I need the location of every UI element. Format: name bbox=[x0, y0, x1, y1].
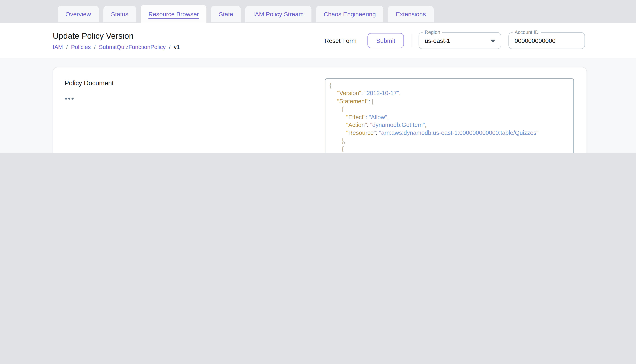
code-token: : bbox=[376, 130, 379, 136]
code-line: }, bbox=[330, 137, 569, 145]
account-id-field[interactable]: Account ID 000000000000 bbox=[508, 32, 585, 49]
tab-label: Chaos Engineering bbox=[324, 10, 376, 18]
code-token: , bbox=[399, 90, 401, 96]
code-line: "Action": "dynamodb:GetItem", bbox=[330, 121, 569, 129]
code-token: : bbox=[366, 114, 369, 120]
policy-document-editor[interactable]: {"Version": "2012-10-17","Statement": [{… bbox=[325, 78, 574, 153]
code-token: , bbox=[425, 122, 426, 128]
header-divider bbox=[412, 34, 412, 48]
tab-label: State bbox=[219, 10, 233, 18]
tab-status[interactable]: Status bbox=[103, 6, 136, 22]
tab-bar: OverviewStatusResource BrowserStateIAM P… bbox=[0, 0, 636, 23]
tab-label: Extensions bbox=[396, 10, 426, 18]
code-token: "Effect" bbox=[346, 114, 366, 120]
breadcrumb-separator: / bbox=[169, 44, 170, 50]
code-token: : bbox=[369, 98, 372, 104]
code-token: }, bbox=[342, 138, 345, 144]
main-content: Policy Document {"Version": "2012-10-17"… bbox=[0, 58, 636, 153]
tab-label: IAM Policy Stream bbox=[253, 10, 304, 18]
chevron-down-icon bbox=[490, 40, 495, 42]
header-left: Update Policy Version IAM/Policies/Submi… bbox=[53, 31, 180, 50]
page-header: Update Policy Version IAM/Policies/Submi… bbox=[0, 23, 636, 58]
code-token: "dynamodb:GetItem" bbox=[370, 122, 425, 128]
breadcrumb-iam[interactable]: IAM bbox=[53, 44, 63, 50]
breadcrumb: IAM/Policies/SubmitQuizFunctionPolicy/v1 bbox=[53, 44, 180, 50]
code-token: "Resource" bbox=[346, 130, 376, 136]
tab-chaos-engineering[interactable]: Chaos Engineering bbox=[316, 6, 384, 22]
code-token: { bbox=[342, 106, 344, 112]
breadcrumb-separator: / bbox=[66, 44, 68, 50]
page-title: Update Policy Version bbox=[53, 31, 180, 40]
code-token: "Allow" bbox=[369, 114, 387, 120]
region-value: us-east-1 bbox=[425, 37, 450, 44]
breadcrumb-v1: v1 bbox=[174, 44, 180, 50]
ellipsis-menu-icon[interactable] bbox=[65, 96, 74, 101]
code-token: : bbox=[367, 122, 370, 128]
breadcrumb-separator: / bbox=[94, 44, 96, 50]
code-line: "Statement": [ bbox=[330, 98, 569, 105]
code-token: "Action" bbox=[346, 122, 367, 128]
code-line: "Effect": "Allow", bbox=[330, 114, 569, 121]
tab-label: Overview bbox=[65, 10, 91, 18]
code-line: { bbox=[330, 82, 569, 90]
reset-form-button[interactable]: Reset Form bbox=[324, 35, 357, 46]
tab-state[interactable]: State bbox=[211, 6, 241, 22]
code-token: [ bbox=[372, 98, 374, 104]
policy-card: Policy Document {"Version": "2012-10-17"… bbox=[53, 67, 587, 153]
code-line: "Version": "2012-10-17", bbox=[330, 90, 569, 98]
tab-overview[interactable]: Overview bbox=[58, 6, 99, 22]
code-token: "arn:aws:dynamodb:us-east-1:000000000000… bbox=[379, 130, 539, 136]
account-id-label: Account ID bbox=[513, 30, 541, 35]
header-actions: Reset Form Submit Region us-east-1 Accou… bbox=[324, 32, 585, 49]
code-token: : bbox=[361, 90, 364, 96]
code-token: { bbox=[330, 82, 332, 88]
code-token: { bbox=[342, 146, 344, 152]
code-token: "Statement" bbox=[337, 98, 369, 104]
code-token: "2012-10-17" bbox=[365, 90, 399, 96]
policy-document-label: Policy Document bbox=[65, 80, 114, 87]
tab-label: Status bbox=[111, 10, 128, 18]
code-line: { bbox=[330, 106, 569, 114]
breadcrumb-submitquizfunctionpolicy[interactable]: SubmitQuizFunctionPolicy bbox=[99, 44, 166, 50]
breadcrumb-policies[interactable]: Policies bbox=[71, 44, 91, 50]
code-line: "Resource": "arn:aws:dynamodb:us-east-1:… bbox=[330, 129, 569, 137]
code-token: "Version" bbox=[337, 90, 361, 96]
region-label: Region bbox=[423, 30, 442, 35]
code-token: , bbox=[387, 114, 389, 120]
tab-iam-policy-stream[interactable]: IAM Policy Stream bbox=[245, 6, 311, 22]
tab-resource-browser[interactable]: Resource Browser bbox=[141, 5, 207, 23]
tab-label: Resource Browser bbox=[148, 10, 199, 18]
app-root: OverviewStatusResource BrowserStateIAM P… bbox=[0, 0, 636, 153]
tab-list: OverviewStatusResource BrowserStateIAM P… bbox=[58, 0, 438, 23]
submit-button[interactable]: Submit bbox=[368, 33, 404, 48]
code-line: { bbox=[330, 145, 569, 153]
region-select[interactable]: Region us-east-1 bbox=[419, 32, 501, 49]
tab-extensions[interactable]: Extensions bbox=[388, 6, 434, 22]
account-id-value: 000000000000 bbox=[515, 37, 556, 44]
